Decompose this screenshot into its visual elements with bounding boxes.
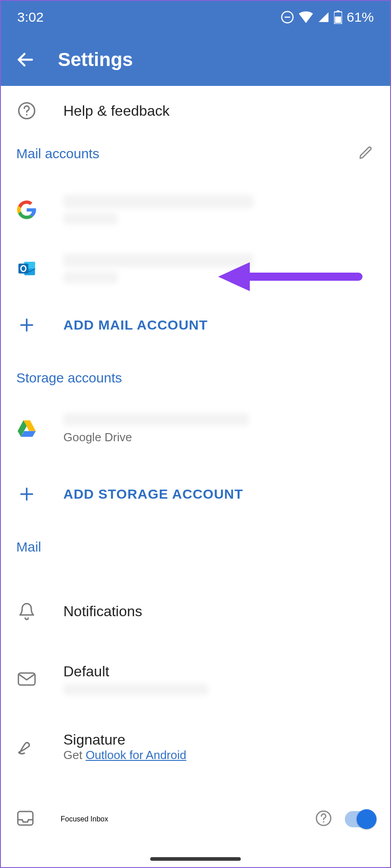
focused-inbox-label: Focused Inbox	[61, 815, 108, 823]
add-mail-account-button[interactable]: ADD MAIL ACCOUNT	[1, 298, 390, 352]
google-account-name-redacted	[63, 213, 118, 225]
signature-icon	[17, 737, 36, 756]
app-header: Settings	[1, 33, 390, 86]
focused-inbox-help-button[interactable]	[315, 810, 332, 829]
signature-row[interactable]: Signature Get Outlook for Android	[1, 713, 390, 781]
mail-account-outlook[interactable]	[1, 239, 390, 298]
status-time: 3:02	[17, 9, 43, 25]
default-account-redacted	[63, 684, 208, 695]
section-storage-accounts-label: Storage accounts	[16, 370, 122, 386]
help-circle-icon	[17, 101, 36, 120]
signature-subtext: Get Outlook for Android	[63, 748, 375, 762]
page-title: Settings	[58, 49, 133, 71]
edit-accounts-button[interactable]	[358, 144, 375, 163]
default-label: Default	[63, 663, 375, 680]
notifications-row[interactable]: Notifications	[1, 577, 390, 645]
back-button[interactable]	[14, 49, 36, 71]
plus-icon	[18, 316, 35, 334]
outlook-account-name-redacted	[63, 272, 118, 283]
storage-account-google-drive[interactable]: Google Drive	[1, 399, 390, 458]
help-circle-icon	[315, 810, 332, 827]
battery-icon	[334, 10, 342, 24]
svg-rect-4	[335, 17, 341, 23]
outlook-account-email-redacted	[63, 254, 253, 267]
plus-icon	[18, 486, 35, 503]
inbox-icon	[16, 809, 34, 827]
svg-rect-17	[18, 811, 33, 825]
mail-icon	[18, 672, 36, 686]
battery-percent: 61%	[347, 9, 374, 25]
signature-prefix: Get	[63, 748, 86, 762]
status-bar: 3:02 61%	[1, 1, 390, 33]
section-mail-accounts: Mail accounts	[1, 136, 390, 171]
svg-point-19	[323, 821, 324, 822]
status-indicators: 61%	[281, 9, 374, 25]
section-mail-label: Mail	[16, 539, 41, 555]
gdrive-label: Google Drive	[63, 430, 375, 444]
svg-point-7	[26, 114, 28, 116]
google-logo-icon	[17, 200, 37, 220]
focused-inbox-row[interactable]: Focused Inbox	[1, 799, 390, 840]
help-feedback-row[interactable]: Help & feedback	[1, 86, 390, 136]
notifications-label: Notifications	[63, 603, 375, 620]
outlook-android-link[interactable]: Outlook for Android	[86, 748, 186, 762]
mail-account-google[interactable]	[1, 180, 390, 239]
add-mail-account-label: ADD MAIL ACCOUNT	[63, 317, 375, 333]
section-storage-accounts: Storage accounts	[1, 352, 390, 390]
signature-label: Signature	[63, 731, 375, 748]
section-mail: Mail	[1, 521, 390, 559]
section-mail-accounts-label: Mail accounts	[16, 146, 99, 161]
arrow-left-icon	[15, 50, 35, 70]
add-storage-account-button[interactable]: ADD STORAGE ACCOUNT	[1, 467, 390, 521]
focused-inbox-toggle[interactable]	[345, 811, 375, 827]
svg-rect-3	[337, 10, 339, 12]
help-label: Help & feedback	[63, 103, 375, 119]
bell-icon	[18, 602, 36, 620]
google-drive-icon	[17, 420, 37, 438]
wifi-icon	[299, 11, 313, 23]
dnd-icon	[281, 10, 294, 24]
signal-icon	[318, 11, 329, 23]
default-mail-row[interactable]: Default	[1, 645, 390, 713]
android-nav-handle[interactable]	[150, 857, 241, 861]
google-account-email-redacted	[63, 195, 253, 208]
outlook-logo-icon	[17, 259, 37, 278]
pencil-icon	[358, 144, 375, 160]
add-storage-account-label: ADD STORAGE ACCOUNT	[63, 486, 375, 502]
gdrive-account-email-redacted	[63, 413, 249, 426]
